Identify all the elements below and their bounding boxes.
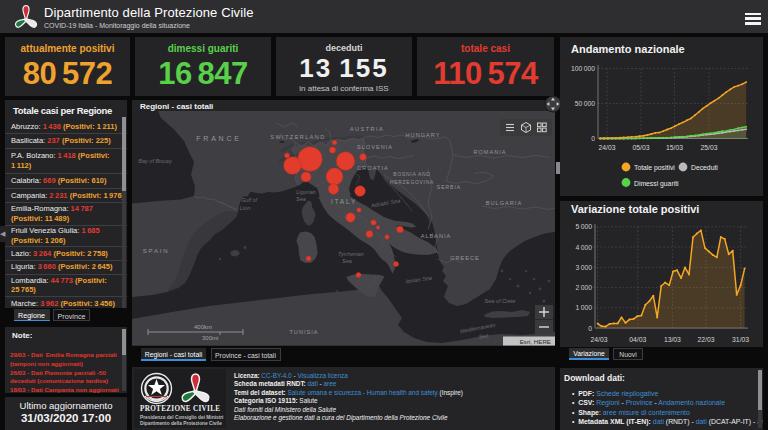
svg-text:HERZEGOVINA: HERZEGOVINA (390, 179, 434, 185)
svg-text:HUNGARY: HUNGARY (406, 132, 441, 138)
svg-text:0: 0 (588, 325, 592, 332)
svg-text:15/03: 15/03 (666, 144, 683, 151)
svg-text:Lion: Lion (240, 205, 250, 211)
svg-text:04/03: 04/03 (629, 336, 646, 343)
svg-text:Tyrrhenian: Tyrrhenian (338, 251, 364, 257)
svg-text:1 000: 1 000 (576, 304, 593, 311)
svg-text:Esri, HERE: Esri, HERE (520, 338, 551, 345)
svg-text:24/03: 24/03 (598, 144, 615, 151)
svg-text:400km: 400km (194, 324, 212, 330)
svg-text:SPAIN: SPAIN (143, 248, 170, 254)
svg-text:25/03: 25/03 (700, 144, 717, 151)
svg-text:05/03: 05/03 (632, 144, 649, 151)
svg-text:AUSTRIA: AUSTRIA (350, 126, 384, 132)
svg-text:SWITZERLAND: SWITZERLAND (270, 134, 326, 140)
svg-text:2 000: 2 000 (576, 284, 593, 291)
svg-text:Sea: Sea (296, 196, 306, 202)
svg-text:24/03: 24/03 (590, 336, 607, 343)
svg-text:Ligurian: Ligurian (296, 189, 316, 195)
svg-text:FRANCE: FRANCE (196, 135, 242, 142)
svg-text:BOSNIA AND: BOSNIA AND (393, 171, 430, 177)
svg-text:CROATIA: CROATIA (357, 165, 388, 171)
svg-text:ROMANIA: ROMANIA (473, 149, 506, 155)
svg-text:Sea of Crete: Sea of Crete (485, 298, 516, 304)
svg-text:Sea: Sea (342, 258, 352, 264)
svg-text:100 000: 100 000 (571, 65, 595, 72)
svg-text:SERBIA: SERBIA (437, 184, 461, 190)
svg-text:Totale positivi: Totale positivi (634, 164, 675, 172)
svg-text:ITALY: ITALY (331, 198, 357, 205)
svg-text:Deceduti: Deceduti (691, 164, 718, 171)
svg-text:SLOVENIA: SLOVENIA (357, 144, 393, 150)
svg-text:13/03: 13/03 (664, 336, 681, 343)
svg-text:300mi: 300mi (202, 335, 218, 341)
svg-text:TUNISIA: TUNISIA (289, 329, 318, 335)
svg-text:50 000: 50 000 (575, 100, 595, 107)
svg-text:GREECE: GREECE (450, 255, 480, 261)
svg-text:Gulf of: Gulf of (241, 197, 258, 203)
svg-text:Dimessi guariti: Dimessi guariti (634, 180, 679, 188)
svg-text:22/03: 22/03 (697, 336, 714, 343)
svg-text:5 000: 5 000 (576, 223, 593, 230)
svg-text:31/03: 31/03 (732, 336, 749, 343)
svg-text:3 000: 3 000 (576, 264, 593, 271)
svg-text:0: 0 (591, 135, 595, 142)
svg-text:4 000: 4 000 (576, 244, 593, 251)
svg-text:ALBANIA: ALBANIA (421, 233, 452, 239)
svg-text:BULGARIA: BULGARIA (486, 200, 522, 206)
svg-text:Bay of Biscay: Bay of Biscay (138, 158, 173, 164)
